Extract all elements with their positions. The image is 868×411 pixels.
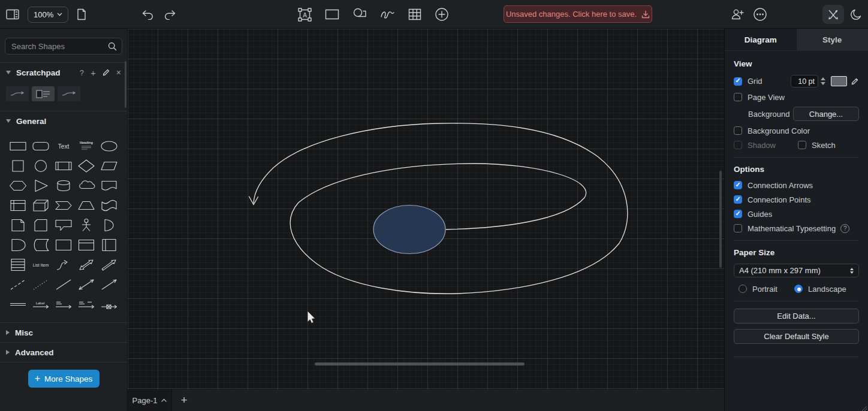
- freehand-icon[interactable]: [380, 9, 395, 20]
- shape-parallelogram[interactable]: [98, 156, 120, 176]
- shape-dashed-line[interactable]: [7, 274, 29, 294]
- shape-rectangle[interactable]: [7, 136, 29, 156]
- shape-arrow[interactable]: [98, 255, 120, 274]
- tab-diagram[interactable]: Diagram: [725, 29, 797, 50]
- shape-connector-label[interactable]: [52, 294, 75, 314]
- page-view-checkbox[interactable]: [734, 93, 742, 101]
- shape-diamond[interactable]: [75, 156, 98, 176]
- insert-shape-icon[interactable]: [352, 8, 367, 21]
- zoom-dropdown[interactable]: 100%: [28, 7, 68, 23]
- shape-dotted-line[interactable]: [29, 274, 52, 294]
- shape-ellipse[interactable]: [98, 136, 120, 156]
- scratchpad-close-icon[interactable]: ×: [116, 68, 121, 77]
- shape-bidirectional-connector[interactable]: [75, 274, 98, 294]
- page-tab-page1[interactable]: Page-1: [128, 389, 172, 411]
- page-setup-icon[interactable]: [77, 8, 86, 20]
- shape-note[interactable]: [7, 215, 29, 235]
- landscape-radio[interactable]: [794, 285, 803, 293]
- guides-checkbox[interactable]: [734, 210, 742, 218]
- tab-style[interactable]: Style: [797, 29, 868, 50]
- shape-textbox[interactable]: Heading: [75, 136, 98, 156]
- drawing-canvas[interactable]: [128, 29, 724, 389]
- general-section-header[interactable]: General: [0, 111, 127, 131]
- advanced-section-header[interactable]: Advanced: [0, 343, 127, 362]
- ellipse-shape[interactable]: [373, 206, 445, 254]
- scratchpad-help-icon[interactable]: ?: [80, 68, 84, 77]
- shape-step[interactable]: [52, 195, 75, 215]
- shape-connector-labels[interactable]: [75, 294, 98, 314]
- scratchpad-edit-icon[interactable]: [103, 69, 110, 76]
- toggle-panels-icon[interactable]: [6, 9, 19, 20]
- insert-rectangle-icon[interactable]: [325, 9, 339, 20]
- search-shapes-input[interactable]: Search Shapes: [5, 38, 122, 55]
- freehand-spiral-curve[interactable]: [254, 123, 628, 294]
- shape-card[interactable]: [29, 215, 52, 235]
- misc-section-header[interactable]: Misc: [0, 323, 127, 343]
- shape-label-arrow[interactable]: Label: [29, 294, 52, 314]
- shape-document[interactable]: [98, 176, 120, 195]
- shape-link[interactable]: [7, 294, 29, 314]
- shape-line[interactable]: [52, 274, 75, 294]
- shape-list[interactable]: [7, 255, 29, 274]
- shape-cube[interactable]: [29, 195, 52, 215]
- shape-internal-storage[interactable]: [7, 195, 29, 215]
- shape-container-title[interactable]: [75, 235, 98, 255]
- scratchpad-item[interactable]: [32, 86, 55, 101]
- grid-size-stepper[interactable]: [821, 77, 825, 85]
- background-color-checkbox[interactable]: [734, 126, 742, 135]
- shape-actor[interactable]: [75, 215, 98, 235]
- horizontal-scrollbar[interactable]: [315, 362, 525, 365]
- eyedropper-icon[interactable]: [851, 77, 859, 85]
- shape-list-item[interactable]: List Item: [29, 255, 52, 274]
- undo-icon[interactable]: [141, 10, 154, 20]
- unsaved-changes-banner[interactable]: Unsaved changes. Click here to save.: [504, 5, 652, 23]
- shape-rounded-rectangle[interactable]: [29, 136, 52, 156]
- sidebar-scrollbar[interactable]: [125, 61, 126, 108]
- sketch-style-toggle-icon[interactable]: [822, 5, 844, 24]
- window-resize-grip[interactable]: [861, 404, 867, 410]
- shape-hexagon[interactable]: [7, 176, 29, 195]
- shape-data-storage[interactable]: [29, 235, 52, 255]
- more-shapes-button[interactable]: + More Shapes: [28, 370, 100, 388]
- shape-process[interactable]: [52, 156, 75, 176]
- shape-square[interactable]: [7, 156, 29, 176]
- add-page-button[interactable]: +: [172, 389, 196, 411]
- scratchpad-item[interactable]: [58, 86, 80, 101]
- help-circle-icon[interactable]: ?: [840, 224, 849, 233]
- scratchpad-add-icon[interactable]: +: [91, 68, 96, 78]
- shape-cylinder[interactable]: [52, 176, 75, 195]
- math-typesetting-checkbox[interactable]: [734, 224, 742, 232]
- shape-container[interactable]: [52, 235, 75, 255]
- sketch-checkbox[interactable]: [798, 141, 806, 149]
- grid-color-swatch[interactable]: [831, 76, 847, 86]
- shadow-checkbox[interactable]: [734, 141, 742, 149]
- scratchpad-header[interactable]: Scratchpad ? + ×: [0, 63, 127, 83]
- change-background-button[interactable]: Change...: [793, 107, 859, 121]
- shape-connector-symbol[interactable]: [98, 294, 120, 314]
- insert-more-icon[interactable]: [435, 7, 449, 22]
- insert-text-icon[interactable]: A: [298, 8, 312, 22]
- portrait-radio[interactable]: [739, 285, 747, 293]
- grid-checkbox[interactable]: [734, 77, 742, 86]
- shape-cloud[interactable]: [75, 176, 98, 195]
- dark-mode-moon-icon[interactable]: [850, 8, 863, 21]
- shape-text[interactable]: Text: [52, 136, 75, 156]
- shape-and[interactable]: [7, 235, 29, 255]
- shape-or[interactable]: [98, 215, 120, 235]
- connection-points-checkbox[interactable]: [734, 195, 742, 204]
- grid-size-input[interactable]: 10 pt: [791, 75, 818, 87]
- insert-table-icon[interactable]: [408, 8, 421, 20]
- edit-data-button[interactable]: Edit Data...: [734, 309, 859, 324]
- more-options-icon[interactable]: [753, 7, 767, 22]
- shape-triangle[interactable]: [29, 176, 52, 195]
- shape-tape[interactable]: [98, 195, 120, 215]
- shape-callout[interactable]: [52, 215, 75, 235]
- shape-vertical-container[interactable]: [98, 235, 120, 255]
- shape-circle[interactable]: [29, 156, 52, 176]
- shape-directional-connector[interactable]: [98, 274, 120, 294]
- share-user-icon[interactable]: [730, 8, 745, 20]
- connection-arrows-checkbox[interactable]: [734, 181, 742, 189]
- scratchpad-item[interactable]: [6, 86, 29, 101]
- vertical-scrollbar[interactable]: [719, 171, 722, 268]
- clear-default-style-button[interactable]: Clear Default Style: [734, 329, 859, 344]
